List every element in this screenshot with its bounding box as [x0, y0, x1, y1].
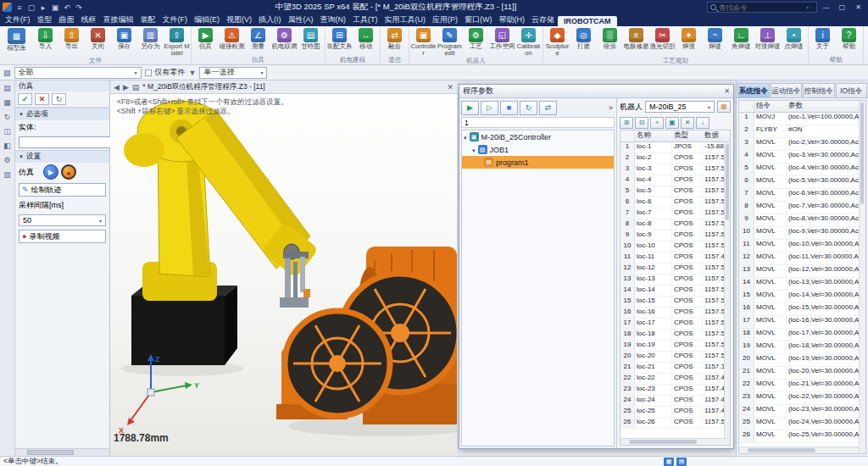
selection-mode-dropdown[interactable]: 单一选择 ▾	[199, 67, 267, 79]
instruction-row[interactable]: 23MOVL(loc-22,Vel=30.00000,Acc=40...	[739, 392, 859, 405]
display-mode-icon[interactable]: ▤	[676, 458, 687, 466]
instruction-row[interactable]: 1MOVJ(loc-1,Vel=100.00000,Acc=50...	[739, 113, 859, 125]
instruction-row[interactable]: 24MOVL(loc-23,Vel=30.00000,Acc=40...	[739, 405, 859, 418]
tab-irobotcam[interactable]: IROBOTCAM	[558, 16, 617, 26]
menu-item-0[interactable]: 文件(F)	[2, 14, 34, 26]
instruction-row[interactable]: 25MOVL(loc-24,Vel=30.00000,Acc=40...	[739, 418, 859, 430]
play-button[interactable]: ▶	[461, 101, 479, 115]
robot-scene[interactable]: Z Y X	[110, 94, 457, 456]
instruction-row[interactable]: 8MOVL(loc-7,Vel=30.00000,Acc=40.0...	[739, 202, 859, 214]
sculpture-button[interactable]: ◆Sculpture	[544, 27, 570, 57]
calibration-button[interactable]: ✛Calibration	[515, 27, 542, 57]
tree-node-job[interactable]: ▨ JOB1	[462, 143, 614, 156]
manager-tab-icon[interactable]: ▤	[3, 84, 11, 93]
instruction-row[interactable]: 14MOVL(loc-13,Vel=30.00000,Acc=40...	[739, 278, 859, 291]
tree-node-program-selected[interactable]: ▤ program1	[462, 156, 614, 169]
menu-item-13[interactable]: 实用工具(U)	[381, 14, 430, 26]
instruction-tab-0[interactable]: 系统指令	[737, 83, 770, 97]
location-row[interactable]: 5loc-5CPOS1157.5003	[620, 186, 724, 197]
menu-item-6[interactable]: 文件(F)	[159, 14, 192, 26]
cancel-button[interactable]: ✕	[35, 93, 49, 105]
sample-interval-dropdown[interactable]: 50 ▾	[19, 214, 106, 226]
location-row[interactable]: 7loc-7CPOS1157.5009	[620, 208, 724, 219]
loop-button[interactable]: ↻	[520, 101, 537, 115]
draw-track-toggle[interactable]: ✎ 绘制轨迹	[19, 183, 106, 197]
delete-location-icon[interactable]: ✕	[681, 117, 694, 129]
export-button[interactable]: ⇧导出	[58, 27, 85, 57]
header-data[interactable]: 数据	[703, 130, 730, 141]
select-filter-icon[interactable]: ▦	[664, 458, 674, 466]
location-row[interactable]: 8loc-8CPOS1157.5000	[620, 219, 724, 230]
fusion-button[interactable]: ⇄融合	[381, 27, 408, 56]
settings-section-header[interactable]: 设置	[15, 150, 109, 163]
instruction-row[interactable]: 10MOVL(loc-9,Vel=30.00000,Acc=40.0...	[739, 227, 859, 240]
instruction-row[interactable]: 16MOVL(loc-15,Vel=30.00000,Acc=40...	[739, 303, 859, 316]
header-type[interactable]: 类型	[672, 130, 703, 141]
move-button[interactable]: ↔移动	[353, 27, 379, 56]
stop-button[interactable]: ■	[500, 101, 518, 115]
instruction-row[interactable]: 4MOVL(loc-3,Vel=30.00000,Acc=40.0...	[739, 151, 859, 164]
location-row[interactable]: 26loc-26CPOS1157.5005	[620, 418, 724, 429]
menu-item-4[interactable]: 直接编辑	[100, 14, 137, 26]
scroll-thumb[interactable]	[748, 448, 815, 452]
sync-button[interactable]: ⇄	[539, 101, 557, 115]
document-tab-title[interactable]: * M_20iB双位机程序管理程序.Z3 - [11]	[142, 82, 443, 92]
document-close-icon[interactable]: ✕	[447, 83, 453, 92]
location-row[interactable]: 23loc-23CPOS1157.4997	[620, 385, 724, 396]
reset-button[interactable]: ↻	[52, 93, 66, 105]
instruction-vscrollbar[interactable]	[859, 101, 865, 453]
instruction-row[interactable]: 6MOVL(loc-5,Vel=30.00000,Acc=40.0...	[739, 176, 859, 189]
current-line-indicator[interactable]: 1	[461, 117, 615, 128]
instruction-row[interactable]: 12MOVL(loc-11,Vel=30.00000,Acc=40...	[739, 252, 859, 265]
simulate-button[interactable]: ▶仿真	[192, 27, 219, 56]
location-row[interactable]: 13loc-13CPOS1157.5007	[620, 275, 724, 286]
add-location-icon[interactable]: ⊞	[620, 117, 633, 129]
instruction-row[interactable]: 20MOVL(loc-19,Vel=30.00000,Acc=40...	[739, 354, 859, 367]
instruction-row[interactable]: 22MOVL(loc-21,Vel=30.00000,Acc=40...	[739, 380, 859, 392]
locations-hscrollbar[interactable]	[620, 438, 730, 445]
menu-item-16[interactable]: 帮助(H)	[496, 14, 529, 26]
location-row[interactable]: 16loc-16CPOS1157.5011	[620, 308, 724, 319]
instruction-tab-2[interactable]: 控制指令	[803, 83, 835, 97]
record-video-toggle[interactable]: ● 录制视频	[19, 230, 106, 243]
scroll-thumb[interactable]	[629, 440, 697, 444]
location-row[interactable]: 19loc-19CPOS1157.5005	[620, 341, 724, 352]
menu-item-11[interactable]: 查询(N)	[317, 14, 350, 26]
export-model-button[interactable]: ⇪Export Model	[164, 27, 190, 57]
location-row[interactable]: 6loc-6CPOS1157.5003	[620, 197, 724, 208]
left-panel-hscrollbar[interactable]	[15, 448, 109, 456]
header-parameters[interactable]: 参数	[787, 101, 859, 112]
help-button[interactable]: ?帮助	[836, 27, 862, 56]
new-doc-icon[interactable]: ▢	[25, 3, 37, 12]
instruction-row[interactable]: 17MOVL(loc-16,Vel=30.00000,Acc=40...	[739, 316, 859, 329]
gantt-button[interactable]: ▤甘特图	[298, 27, 324, 56]
header-name[interactable]: 名称	[635, 130, 672, 141]
entity-input[interactable]	[19, 136, 120, 148]
play-simulation-button[interactable]: ▶	[43, 164, 58, 180]
tab-list-icon[interactable]: ▤	[132, 83, 140, 92]
menu-item-5[interactable]: 装配	[137, 14, 159, 26]
robot-arm[interactable]	[124, 101, 319, 365]
location-row[interactable]: 20loc-20CPOS1157.5014	[620, 352, 724, 363]
import-location-icon[interactable]: ↓	[696, 117, 709, 129]
new-location-icon[interactable]: +	[650, 117, 664, 129]
save-quick-icon[interactable]: ▣	[49, 3, 61, 12]
spot-weld-button[interactable]: •点焊缝	[781, 27, 807, 57]
assembly-relation-button[interactable]: ⊞装配关系	[326, 27, 353, 56]
open-doc-icon[interactable]: ▸	[37, 3, 49, 12]
location-row[interactable]: 3loc-3CPOS1157.5004	[620, 164, 724, 175]
redo-icon[interactable]: ↷	[73, 3, 85, 12]
program-edit-button[interactable]: ✎Program edit	[437, 27, 463, 57]
scope-dropdown[interactable]: 全部 ▾	[14, 67, 142, 79]
maximize-button[interactable]: ▢	[835, 3, 849, 11]
instruction-hscrollbar[interactable]	[739, 447, 859, 453]
menu-item-2[interactable]: 曲面	[56, 14, 78, 26]
butt-weld-button[interactable]: ⊥对接焊缝	[754, 27, 781, 57]
expand-caret-icon[interactable]	[472, 146, 476, 154]
instruction-tab-1[interactable]: 运动指令	[771, 83, 803, 97]
select-cube-icon[interactable]: ▧	[3, 69, 11, 77]
menu-item-7[interactable]: 编辑(E)	[191, 14, 223, 26]
instruction-row[interactable]: 13MOVL(loc-12,Vel=30.00000,Acc=40...	[739, 265, 859, 278]
about-button[interactable]: i关于	[810, 27, 836, 56]
program-panel-titlebar[interactable]: 程序参数 ✕	[459, 85, 733, 98]
